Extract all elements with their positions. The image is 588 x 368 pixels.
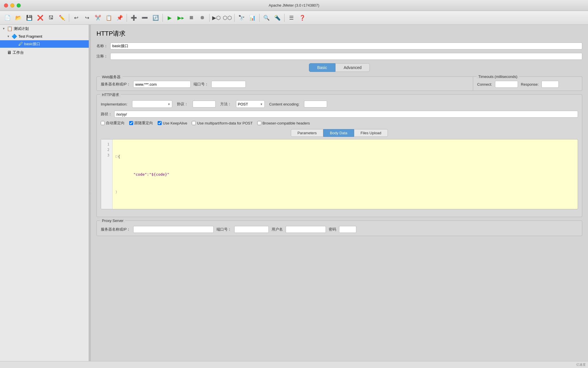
collapse-icon[interactable]: □ bbox=[115, 154, 117, 159]
browser-compatible-checkbox[interactable]: Browser-compatible headers bbox=[257, 121, 310, 125]
proxy-password-input[interactable] bbox=[339, 226, 356, 233]
sidebar-item-workbench[interactable]: 🖥 工作台 bbox=[0, 49, 89, 56]
summary-button[interactable]: 📊 bbox=[247, 13, 258, 23]
edit-button[interactable]: ✏️ bbox=[57, 13, 67, 23]
response-input[interactable] bbox=[541, 81, 559, 88]
name-row: 名称： bbox=[96, 43, 582, 49]
tab-parameters[interactable]: Parameters bbox=[291, 129, 323, 137]
remote-start-button[interactable]: ▶⬡ bbox=[211, 13, 222, 23]
sidebar-item-test-plan[interactable]: ▼ 📋 测试计划 bbox=[0, 25, 89, 32]
http-request-label: HTTP请求 bbox=[100, 92, 121, 97]
proxy-port-label: 端口号： bbox=[216, 227, 231, 232]
minimize-window-button[interactable] bbox=[10, 3, 14, 7]
binoculars-button[interactable]: 🔍 bbox=[261, 13, 272, 23]
protocol-input[interactable] bbox=[193, 101, 216, 108]
path-input[interactable] bbox=[114, 111, 578, 118]
implementation-select[interactable]: HttpClient4 Java bbox=[132, 100, 172, 108]
content-scroll[interactable]: HTTP请求 名称： 注释： Basic Advanced bbox=[91, 25, 588, 361]
request-icon: 🖊 bbox=[18, 41, 23, 47]
test-plan-icon: 📋 bbox=[7, 26, 13, 31]
add-button[interactable]: ➕ bbox=[129, 13, 139, 23]
proxy-row: 服务器名称或IP： 端口号： 用户名 密码 bbox=[101, 226, 578, 233]
close-button[interactable]: ❌ bbox=[35, 13, 45, 23]
help-button[interactable]: ❓ bbox=[297, 13, 307, 23]
paste2-button[interactable]: 🔦 bbox=[272, 13, 283, 23]
page-title: HTTP请求 bbox=[96, 29, 582, 38]
connect-input[interactable] bbox=[495, 81, 518, 88]
toolbar-separator-2 bbox=[127, 14, 127, 22]
proxy-username-label: 用户名 bbox=[272, 227, 283, 232]
browser-compatible-input[interactable] bbox=[257, 121, 261, 125]
remote-options-button[interactable]: ⬡⬡ bbox=[222, 13, 233, 23]
toolbar-separator-5 bbox=[234, 14, 235, 22]
code-indent bbox=[115, 172, 134, 178]
copy-button[interactable]: 📋 bbox=[104, 13, 114, 23]
follow-redirect-checkbox[interactable]: 跟随重定向 bbox=[129, 120, 153, 126]
follow-redirect-label: 跟随重定向 bbox=[134, 120, 153, 126]
multipart-input[interactable] bbox=[192, 121, 196, 125]
proxy-server-input[interactable] bbox=[133, 226, 214, 233]
toolbar-separator-1 bbox=[69, 14, 69, 22]
new-button[interactable]: 📄 bbox=[2, 13, 13, 23]
sidebar-item-test-fragment[interactable]: ▼ 🔷 Test Fragment bbox=[0, 32, 89, 40]
undo-button[interactable]: ↩ bbox=[71, 13, 81, 23]
auto-redirect-input[interactable] bbox=[101, 121, 105, 125]
proxy-server-label: Proxy Server bbox=[100, 218, 125, 223]
proxy-port-input[interactable] bbox=[234, 226, 269, 233]
server-name-label: 服务器名称或IP： bbox=[101, 82, 130, 87]
method-label: 方法： bbox=[220, 101, 231, 107]
save-as-button[interactable]: 🖫 bbox=[46, 13, 56, 23]
encoding-input[interactable] bbox=[304, 101, 327, 108]
redo-button[interactable]: ↪ bbox=[82, 13, 92, 23]
timeout-label: Timeouts (milliseconds) bbox=[477, 74, 519, 79]
connect-label: Connect: bbox=[477, 82, 492, 87]
close-window-button[interactable] bbox=[4, 3, 8, 7]
implementation-row: Implementation: HttpClient4 Java ▼ 协议： bbox=[101, 100, 578, 108]
proxy-server-section: Proxy Server 服务器名称或IP： 端口号： 用户名 密码 bbox=[96, 221, 582, 236]
main-layout: ▼ 📋 测试计划 ▼ 🔷 Test Fragment 🖊 basic接口 🖥 工… bbox=[0, 25, 588, 361]
method-select-wrapper: POST GET PUT DELETE ▼ bbox=[236, 100, 265, 108]
line-number-3: 3 bbox=[103, 153, 109, 158]
titlebar: Apache JMeter (3.0 r1743807) bbox=[0, 0, 588, 11]
server-port-input[interactable] bbox=[211, 81, 246, 88]
web-server-content: 服务器名称或IP： 端口号： bbox=[101, 81, 469, 88]
maximize-window-button[interactable] bbox=[17, 3, 21, 7]
paste-button[interactable]: 📌 bbox=[115, 13, 125, 23]
content-inner: HTTP请求 名称： 注释： Basic Advanced bbox=[91, 25, 588, 361]
monitor-button[interactable]: 🔭 bbox=[236, 13, 247, 23]
run-nopause-button[interactable]: ▶▸ bbox=[175, 13, 186, 23]
main-tab-row: Basic Advanced bbox=[96, 63, 582, 72]
stop-button[interactable]: ⏹ bbox=[186, 13, 197, 23]
code-editor[interactable]: 1 2 3 □{ "code":"${code}" bbox=[101, 139, 578, 209]
follow-redirect-input[interactable] bbox=[129, 121, 133, 125]
toolbar-separator-7 bbox=[284, 14, 285, 22]
stop-now-button[interactable]: ⏺ bbox=[197, 13, 208, 23]
proxy-username-input[interactable] bbox=[286, 226, 326, 233]
method-select[interactable]: POST GET PUT DELETE bbox=[236, 100, 265, 108]
run-button[interactable]: ▶ bbox=[165, 13, 175, 23]
server-name-input[interactable] bbox=[133, 81, 191, 88]
comment-input[interactable] bbox=[110, 53, 582, 60]
code-line-1: □{ bbox=[115, 154, 575, 160]
code-content[interactable]: □{ "code":"${code}" } bbox=[113, 139, 578, 209]
web-server-section: Web服务器 服务器名称或IP： 端口号： bbox=[96, 76, 473, 91]
refresh-button[interactable]: 🔃 bbox=[150, 13, 161, 23]
auto-redirect-checkbox[interactable]: 自动重定向 bbox=[101, 120, 125, 126]
remove-button[interactable]: ➖ bbox=[140, 13, 150, 23]
tab-advanced[interactable]: Advanced bbox=[335, 63, 370, 72]
content-area: HTTP请求 名称： 注释： Basic Advanced bbox=[91, 25, 588, 361]
keepalive-checkbox[interactable]: Use KeepAlive bbox=[158, 121, 187, 125]
list-button[interactable]: ☰ bbox=[286, 13, 297, 23]
name-input[interactable] bbox=[110, 43, 582, 49]
open-button[interactable]: 📂 bbox=[13, 13, 24, 23]
keepalive-input[interactable] bbox=[158, 121, 162, 125]
tab-basic[interactable]: Basic bbox=[309, 63, 335, 72]
save-button[interactable]: 💾 bbox=[24, 13, 34, 23]
path-row: 路径： bbox=[101, 111, 578, 118]
multipart-checkbox[interactable]: Use multipart/form-data for POST bbox=[192, 121, 253, 125]
port-label: 端口号： bbox=[194, 82, 208, 87]
tab-files-upload[interactable]: Files Upload bbox=[354, 129, 388, 137]
sidebar-item-basic-interface[interactable]: 🖊 basic接口 bbox=[0, 40, 89, 48]
tab-body-data[interactable]: Body Data bbox=[323, 129, 354, 137]
cut-button[interactable]: ✂️ bbox=[93, 13, 103, 23]
